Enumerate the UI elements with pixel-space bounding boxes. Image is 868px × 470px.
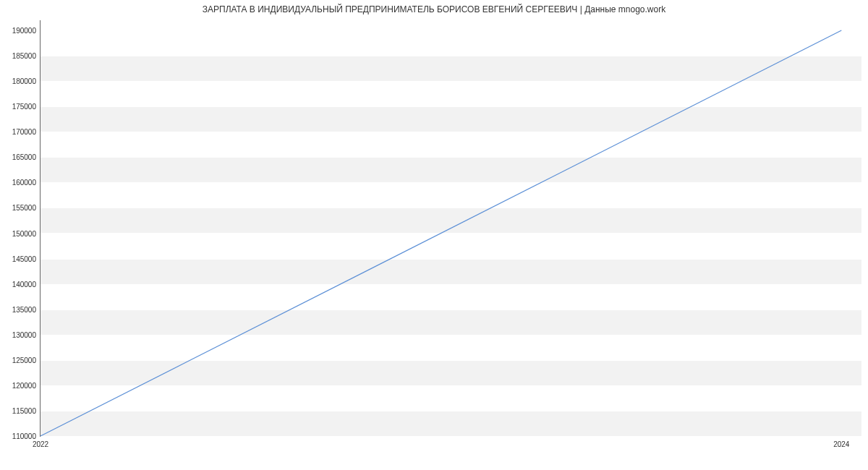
line-series [41,20,861,436]
chart-container: ЗАРПЛАТА В ИНДИВИДУАЛЬНЫЙ ПРЕДПРИНИМАТЕЛ… [0,0,868,470]
chart-title: ЗАРПЛАТА В ИНДИВИДУАЛЬНЫЙ ПРЕДПРИНИМАТЕЛ… [0,4,868,14]
y-tick-label: 165000 [12,153,41,161]
y-tick-label: 140000 [12,280,41,288]
grid-line [41,436,861,437]
y-tick-label: 155000 [12,204,41,212]
y-tick-label: 120000 [12,381,41,389]
y-tick-label: 180000 [12,77,41,85]
y-tick-label: 130000 [12,330,41,338]
series-line [41,30,841,436]
y-tick-label: 135000 [12,305,41,313]
y-tick-label: 115000 [12,406,41,414]
y-tick-label: 190000 [12,27,41,35]
y-tick-label: 150000 [12,229,41,237]
y-tick-label: 170000 [12,128,41,136]
plot-area: 1100001150001200001250001300001350001400… [40,20,861,437]
y-tick-label: 160000 [12,179,41,187]
y-tick-label: 185000 [12,52,41,60]
y-tick-label: 125000 [12,356,41,364]
y-tick-label: 145000 [12,255,41,262]
x-tick-label: 2022 [33,436,48,448]
x-tick-label: 2024 [833,436,849,448]
y-tick-label: 175000 [12,103,41,111]
